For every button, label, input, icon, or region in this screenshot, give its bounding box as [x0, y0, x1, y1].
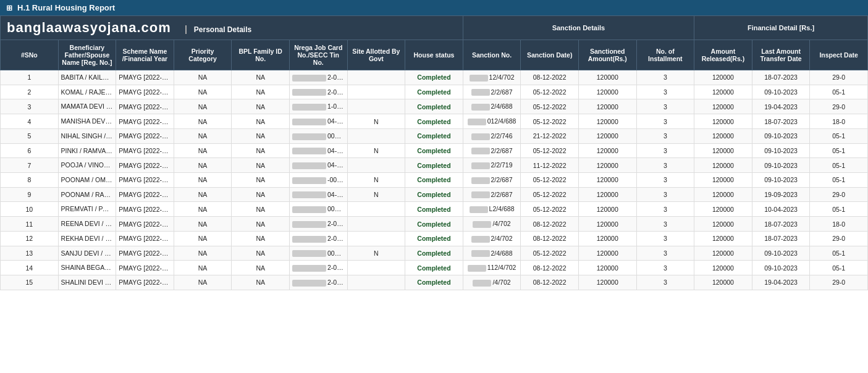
cell-scheme: PMAYG [2022-2023] — [116, 70, 174, 85]
cell-name: SHALINI DEVI / SANJAY KUMAR [ 93077] — [58, 275, 116, 290]
cell-sanction-date: 05-12-2022 — [521, 173, 579, 188]
cell-priority: NA — [174, 246, 232, 261]
cell-inspect-date: 05-1 — [810, 143, 868, 158]
table-row: 12 REKHA DEVI / HARI SHANKAR [ 1997437] … — [1, 231, 868, 246]
cell-sanction-date: 08-12-2022 — [521, 217, 579, 232]
cell-nrega: 04-004/347 [140991847] — [289, 187, 347, 202]
cell-last-transfer: 09-10-2023 — [752, 143, 810, 158]
cell-nrega: 2-004-001/352 [140987896] — [289, 85, 347, 99]
cell-sno: 4 — [1, 114, 59, 129]
cell-sno: 10 — [1, 202, 59, 217]
cell-inspect-date: 29-0 — [810, 231, 868, 246]
cell-sanctioned-amount: 120000 — [578, 231, 636, 246]
cell-installments: 3 — [636, 275, 694, 290]
cell-name: PINKI / RAMVARAN [ 185725] — [58, 143, 116, 158]
cell-site — [347, 275, 405, 290]
col-site: Site Allotted By Govt — [347, 40, 405, 70]
cell-priority: NA — [174, 202, 232, 217]
cell-last-transfer: 18-07-2023 — [752, 114, 810, 129]
cell-site — [347, 128, 405, 143]
cell-sanction-no: 2/2/746 — [463, 128, 521, 143]
cell-nrega: 004-003/195 [140959032] — [289, 246, 347, 261]
cell-priority: NA — [174, 261, 232, 275]
cell-amount-released: 120000 — [694, 202, 752, 217]
table-row: 14 SHAINA BEGAM / JAFRUDDIN [ 188535] PM… — [1, 261, 868, 275]
cell-house-status: Completed — [405, 231, 463, 246]
cell-installments: 3 — [636, 217, 694, 232]
cell-scheme: PMAYG [2022-2023] — [116, 128, 174, 143]
cell-bpl: NA — [232, 261, 290, 275]
cell-house-status: Completed — [405, 217, 463, 232]
col-last-transfer: Last Amount Transfer Date — [752, 40, 810, 70]
table-row: 5 NIHAL SINGH / CHUNNI LAL [U 81063] PMA… — [1, 128, 868, 143]
cell-sanction-date: 11-12-2022 — [521, 158, 579, 173]
cell-last-transfer: 09-10-2023 — [752, 246, 810, 261]
table-row: 8 POONAM / OMI [ 985893] PMAYG [2022-202… — [1, 173, 868, 188]
cell-bpl: NA — [232, 99, 290, 114]
cell-house-status: Completed — [405, 173, 463, 188]
cell-amount-released: 120000 — [694, 70, 752, 85]
cell-scheme: PMAYG [2022-2023] — [116, 261, 174, 275]
cell-amount-released: 120000 — [694, 187, 752, 202]
table-row: 3 MAMATA DEVI / LAKHAN SINGH [ 62847] PM… — [1, 99, 868, 114]
cell-scheme: PMAYG [2022-2023] — [116, 173, 174, 188]
cell-amount-released: 120000 — [694, 173, 752, 188]
cell-sanction-no: 12/4/702 — [463, 70, 521, 85]
cell-amount-released: 120000 — [694, 114, 752, 129]
cell-sanctioned-amount: 120000 — [578, 173, 636, 188]
cell-nrega: 2-004-005/219 [140993077] — [289, 275, 347, 290]
cell-name: REENA DEVI / NAND KISHOR [ 1004588] — [58, 217, 116, 232]
cell-nrega: 2-004-004/161-A [140988535] — [289, 261, 347, 275]
website-header-cell: banglaawasyojana.com Personal Details — [1, 16, 463, 40]
cell-priority: NA — [174, 217, 232, 232]
cell-sanction-date: 05-12-2022 — [521, 187, 579, 202]
col-scheme: Scheme Name /Financial Year — [116, 40, 174, 70]
cell-sanctioned-amount: 120000 — [578, 217, 636, 232]
cell-inspect-date: 05-1 — [810, 128, 868, 143]
table-row: 6 PINKI / RAMVARAN [ 185725] PMAYG [2022… — [1, 143, 868, 158]
cell-bpl: NA — [232, 158, 290, 173]
cell-amount-released: 120000 — [694, 99, 752, 114]
cell-installments: 3 — [636, 173, 694, 188]
cell-sanctioned-amount: 120000 — [578, 99, 636, 114]
cell-name: POONAM / OMI [ 985893] — [58, 173, 116, 188]
cell-sno: 14 — [1, 261, 59, 275]
cell-site — [347, 70, 405, 85]
cell-installments: 3 — [636, 70, 694, 85]
cell-amount-released: 120000 — [694, 231, 752, 246]
table-row: 4 MANISHA DEVI / SATYADEV [ 962527] PMAY… — [1, 114, 868, 129]
cell-sanction-no: /4/702 — [463, 217, 521, 232]
cell-sanction-no: 112/4/702 — [463, 261, 521, 275]
cell-sanction-no: 2/4/702 — [463, 231, 521, 246]
cell-site: N — [347, 143, 405, 158]
cell-bpl: NA — [232, 231, 290, 246]
cell-nrega: 2-004-001/226 [140997437] — [289, 231, 347, 246]
cell-scheme: PMAYG [2022-2023] — [116, 246, 174, 261]
table-row: 1 BABITA / KAILASHI [ 9014] PMAYG [2022-… — [1, 70, 868, 85]
cell-inspect-date: 05-1 — [810, 158, 868, 173]
col-bpl: BPL Family ID No. — [232, 40, 290, 70]
cell-name: MANISHA DEVI / SATYADEV [ 962527] — [58, 114, 116, 129]
table-row: 10 PREMVATI / PAPPU [ 1987029] PMAYG [20… — [1, 202, 868, 217]
table-row: 2 KOMAL / RAJESH [ 896] PMAYG [2022-2023… — [1, 85, 868, 99]
col-installments: No. of Installment — [636, 40, 694, 70]
title-bar: ⊞ H.1 Rural Housing Report — [0, 0, 868, 15]
cell-installments: 3 — [636, 261, 694, 275]
cell-installments: 3 — [636, 231, 694, 246]
cell-sno: 9 — [1, 187, 59, 202]
cell-house-status: Completed — [405, 246, 463, 261]
cell-priority: NA — [174, 187, 232, 202]
cell-bpl: NA — [232, 114, 290, 129]
cell-installments: 3 — [636, 246, 694, 261]
cell-sno: 1 — [1, 70, 59, 85]
cell-sanction-date: 08-12-2022 — [521, 231, 579, 246]
cell-site — [347, 202, 405, 217]
cell-bpl: NA — [232, 246, 290, 261]
site-title: banglaawasyojana.com — [7, 20, 171, 35]
cell-sanctioned-amount: 120000 — [578, 143, 636, 158]
cell-nrega: -003/194 [140985893] — [289, 173, 347, 188]
cell-sanction-no: L2/4/688 — [463, 202, 521, 217]
table-row: 15 SHALINI DEVI / SANJAY KUMAR [ 93077] … — [1, 275, 868, 290]
cell-priority: NA — [174, 275, 232, 290]
cell-priority: NA — [174, 231, 232, 246]
